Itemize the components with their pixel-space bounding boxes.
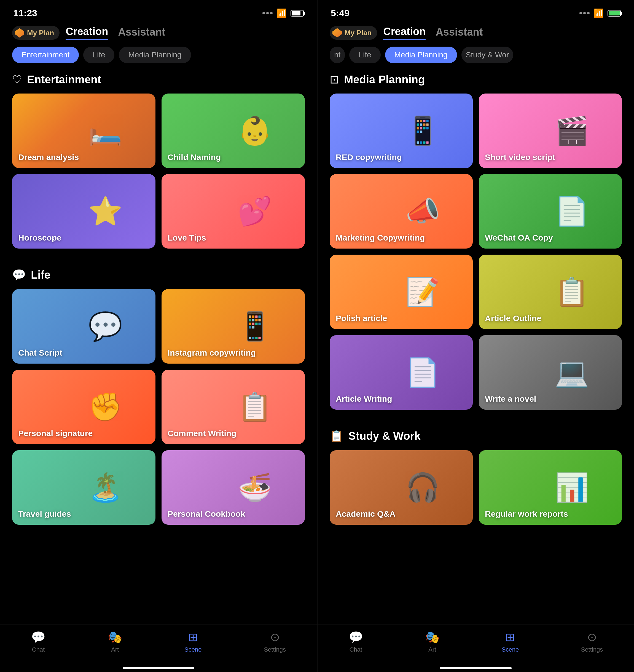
chat-illustration: 💬 [55, 289, 155, 364]
right-time: 5:49 [331, 8, 349, 19]
life-icon: 💬 [12, 269, 26, 281]
study-icon: 📋 [330, 430, 343, 442]
left-filter-entertainment[interactable]: Entertainment [12, 47, 79, 63]
study-grid: 🎧 Academic Q&A 📊 Regular work reports [330, 450, 622, 525]
right-art-icon: 🎭 [425, 630, 439, 644]
right-tab-assistant[interactable]: Assistant [436, 26, 483, 40]
child-label: Child Naming [168, 152, 221, 162]
love-tips-card[interactable]: 💕 Love Tips [162, 174, 305, 249]
chat-nav-icon: 💬 [31, 630, 46, 644]
left-time: 11:23 [13, 8, 37, 19]
left-nav-scene[interactable]: ⊞ Scene [185, 630, 201, 653]
outline-label: Article Outline [485, 313, 541, 324]
signal-dots [263, 12, 273, 14]
left-home-indicator [123, 667, 194, 669]
right-nav-settings[interactable]: ⊙ Settings [581, 630, 603, 653]
cookbook-label: Personal Cookbook [168, 508, 245, 519]
right-nav-art[interactable]: 🎭 Art [425, 630, 439, 653]
right-art-label: Art [429, 646, 436, 653]
media-header: ⊡ Media Planning [330, 73, 622, 86]
entertainment-section: ♡ Entertainment 🛏️ Dream analysis 👶 Chil… [0, 63, 317, 249]
cookbook-card[interactable]: 🍜 Personal Cookbook [162, 450, 305, 525]
love-label: Love Tips [168, 232, 206, 243]
novel-illustration: 💻 [522, 335, 622, 410]
marketing-label: Marketing Copywriting [336, 232, 425, 243]
comment-label: Comment Writing [168, 428, 236, 439]
article-writing-card[interactable]: 📄 Article Writing [330, 335, 473, 410]
right-signal-dots [580, 12, 590, 14]
red-copy-label: RED copywriting [336, 152, 402, 162]
horoscope-card[interactable]: ⭐ Horoscope [12, 174, 155, 249]
art-nav-icon: 🎭 [108, 630, 122, 644]
right-settings-label: Settings [581, 646, 603, 653]
horoscope-illustration: ⭐ [55, 174, 155, 249]
right-chat-icon: 💬 [349, 630, 363, 644]
wifi-icon: 📶 [276, 8, 287, 18]
instagram-card[interactable]: 📱 Instagram copywriting [162, 289, 305, 364]
right-filter-study[interactable]: Study & Wor [461, 47, 514, 63]
horoscope-label: Horoscope [18, 232, 62, 243]
my-plan-badge[interactable]: My Plan [12, 26, 59, 40]
wechat-label: WeChat OA Copy [485, 232, 553, 243]
right-chat-label: Chat [349, 646, 362, 653]
dream-analysis-card[interactable]: 🛏️ Dream analysis [12, 94, 155, 168]
study-work-section: 📋 Study & Work 🎧 Academic Q&A 📊 Regular … [318, 420, 634, 525]
left-filter-media[interactable]: Media Planning [119, 47, 191, 63]
child-naming-card[interactable]: 👶 Child Naming [162, 94, 305, 168]
battery-icon [291, 10, 304, 17]
right-filter-tabs: nt Life Media Planning Study & Wor [318, 40, 634, 63]
right-battery-icon [608, 10, 621, 17]
academic-card[interactable]: 🎧 Academic Q&A [330, 450, 473, 525]
chat-script-card[interactable]: 💬 Chat Script [12, 289, 155, 364]
right-header: My Plan Creation Assistant [318, 21, 634, 40]
left-status-icons: 📶 [263, 8, 304, 18]
right-tab-creation[interactable]: Creation [383, 26, 425, 40]
left-tab-assistant[interactable]: Assistant [118, 26, 165, 40]
polish-card[interactable]: 📝 Polish article [330, 255, 473, 329]
my-plan-label: My Plan [27, 29, 54, 37]
right-nav-chat[interactable]: 💬 Chat [349, 630, 363, 653]
marketing-card[interactable]: 📣 Marketing Copywriting [330, 174, 473, 249]
right-nav-tabs: Creation Assistant [383, 26, 483, 40]
dream-label: Dream analysis [18, 152, 79, 162]
short-video-card[interactable]: 🎬 Short video script [479, 94, 622, 168]
personal-sig-card[interactable]: ✊ Personal signature [12, 370, 155, 444]
right-wifi-icon: 📶 [593, 8, 604, 18]
diamond-icon [15, 28, 24, 38]
polish-illustration: 📝 [373, 255, 473, 329]
media-planning-section: ⊡ Media Planning 📱 RED copywriting 🎬 Sho… [318, 63, 634, 410]
right-settings-icon: ⊙ [587, 630, 597, 644]
right-nav-scene[interactable]: ⊞ Scene [502, 630, 519, 653]
left-nav-settings[interactable]: ⊙ Settings [264, 630, 286, 653]
media-title: Media Planning [344, 73, 425, 86]
work-label: Regular work reports [485, 508, 568, 519]
travel-card[interactable]: 🏝️ Travel guides [12, 450, 155, 525]
left-nav-art[interactable]: 🎭 Art [108, 630, 122, 653]
comment-card[interactable]: 📋 Comment Writing [162, 370, 305, 444]
right-filter-media[interactable]: Media Planning [385, 47, 457, 63]
entertainment-title: Entertainment [27, 73, 101, 86]
left-header: My Plan Creation Assistant [0, 21, 317, 40]
red-copy-card[interactable]: 📱 RED copywriting [330, 94, 473, 168]
right-filter-ent[interactable]: nt [330, 47, 345, 63]
left-nav-chat[interactable]: 💬 Chat [31, 630, 46, 653]
left-filter-life[interactable]: Life [83, 47, 114, 63]
entertainment-icon: ♡ [12, 73, 22, 86]
wechat-card[interactable]: 📄 WeChat OA Copy [479, 174, 622, 249]
media-grid: 📱 RED copywriting 🎬 Short video script 📣… [330, 94, 622, 410]
right-my-plan-badge[interactable]: My Plan [330, 26, 377, 40]
entertainment-header: ♡ Entertainment [12, 73, 305, 86]
article-outline-card[interactable]: 📋 Article Outline [479, 255, 622, 329]
scene-nav-label: Scene [185, 646, 201, 653]
novel-label: Write a novel [485, 393, 536, 404]
writing-label: Article Writing [336, 393, 392, 404]
love-illustration: 💕 [204, 174, 305, 249]
left-phone: 11:23 📶 My Plan Creation Assistant Enter… [0, 0, 317, 672]
work-reports-card[interactable]: 📊 Regular work reports [479, 450, 622, 525]
left-nav-tabs: Creation Assistant [66, 26, 165, 40]
right-filter-life[interactable]: Life [349, 47, 381, 63]
novel-card[interactable]: 💻 Write a novel [479, 335, 622, 410]
chat-label: Chat Script [18, 347, 62, 358]
left-tab-creation[interactable]: Creation [66, 26, 108, 40]
academic-label: Academic Q&A [336, 508, 395, 519]
